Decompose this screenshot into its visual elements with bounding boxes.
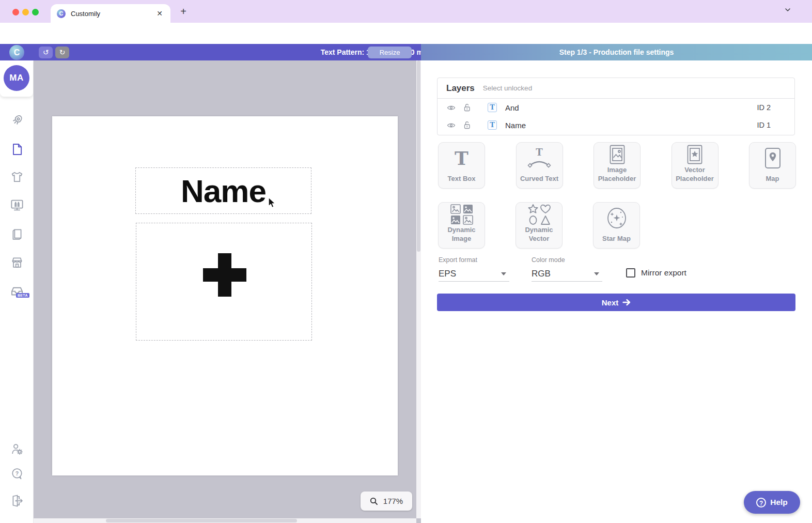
unlock-icon[interactable]	[463, 103, 471, 112]
tab-search-chevron-icon[interactable]	[784, 6, 791, 13]
export-format-label: Export format	[439, 256, 477, 264]
customily-logo	[9, 45, 24, 60]
placeholder-layer-bounds[interactable]	[136, 223, 312, 341]
avatar-card: MA	[0, 60, 33, 97]
next-button[interactable]: Next	[437, 294, 795, 311]
color-mode-select[interactable]: RGB	[532, 266, 602, 282]
app-sidebar: MA BETA	[0, 60, 34, 523]
zoom-window-button[interactable]	[32, 9, 39, 16]
image-placeholder-tool[interactable]: Image Placeholder	[594, 142, 641, 189]
export-format-select[interactable]: EPS	[439, 266, 509, 282]
step-header: Step 1/3 - Production file settings	[421, 44, 812, 60]
export-format-value: EPS	[439, 269, 456, 279]
sidebar-item-getting-started[interactable]	[9, 112, 25, 129]
text-layer-type-icon: T	[488, 120, 497, 130]
beta-badge: BETA	[16, 293, 29, 298]
color-mode-value: RGB	[532, 269, 551, 279]
visibility-eye-icon[interactable]	[447, 122, 456, 129]
resize-button[interactable]: Resize	[368, 47, 412, 58]
tab-close-icon[interactable]: ✕	[155, 9, 164, 18]
tab-strip: Customily ✕ +	[0, 0, 812, 23]
mirror-export-checkbox[interactable]	[626, 268, 635, 278]
canvas-area[interactable]: Name 177%	[34, 60, 421, 523]
browser-tab[interactable]: Customily ✕	[51, 4, 170, 23]
zoom-indicator[interactable]: 177%	[361, 491, 412, 511]
customily-favicon	[57, 9, 66, 18]
canvas-horizontal-scrollbar[interactable]	[34, 518, 416, 523]
question-mark-icon: ?	[756, 498, 766, 507]
map-icon	[749, 143, 795, 174]
magnifier-icon	[370, 497, 378, 505]
layer-id: ID 1	[757, 121, 771, 129]
select-unlocked-label[interactable]: Select unlocked	[483, 84, 532, 92]
sidebar-item-store[interactable]	[9, 254, 25, 271]
sidebar-item-account[interactable]	[9, 441, 25, 457]
sidebar-item-orders[interactable]: BETA	[9, 283, 25, 299]
arrow-right-icon	[622, 299, 631, 306]
layer-name[interactable]: Name	[505, 121, 526, 130]
dynamic-image-tool[interactable]: Dynamic Image	[438, 202, 485, 249]
dynamic-image-icon	[439, 203, 485, 226]
text-box-icon: T	[439, 143, 485, 174]
layers-panel: Layers Select unlocked T And ID 2	[437, 78, 795, 135]
mouse-cursor	[267, 196, 278, 209]
canvas-vertical-scrollbar[interactable]	[416, 60, 421, 518]
redo-button[interactable]: ↻	[55, 47, 69, 58]
text-layer-type-icon: T	[488, 103, 497, 112]
minimize-window-button[interactable]	[22, 9, 29, 16]
map-tool[interactable]: Map	[749, 142, 796, 189]
visibility-eye-icon[interactable]	[447, 104, 456, 111]
browser-window: Customily ✕ + https://app.customily.com/	[0, 0, 812, 523]
unlock-icon[interactable]	[463, 121, 471, 129]
layers-title: Layers	[446, 83, 475, 94]
vector-placeholder-tool[interactable]: Vector Placeholder	[672, 142, 719, 189]
artboard[interactable]: Name	[52, 116, 398, 475]
sidebar-item-templates[interactable]	[9, 141, 25, 158]
help-button[interactable]: ? Help	[744, 491, 800, 514]
undo-button[interactable]: ↺	[39, 47, 53, 58]
new-tab-button[interactable]: +	[178, 6, 189, 18]
curved-text-icon: T	[517, 143, 563, 174]
star-map-tool[interactable]: Star Map	[593, 202, 640, 249]
user-avatar[interactable]: MA	[4, 65, 29, 91]
star-map-icon	[594, 203, 639, 234]
image-placeholder-icon	[594, 143, 640, 166]
dynamic-vector-icon	[516, 203, 562, 226]
text-layer-name[interactable]: Name	[181, 173, 266, 209]
chevron-down-icon	[594, 272, 599, 275]
sidebar-item-design-studio[interactable]	[9, 197, 25, 213]
tab-title: Customily	[71, 10, 155, 18]
vector-placeholder-icon	[672, 143, 718, 166]
sidebar-item-catalog[interactable]	[9, 226, 25, 242]
settings-panel: Layers Select unlocked T And ID 2	[421, 60, 812, 523]
mirror-export-option[interactable]: Mirror export	[626, 268, 686, 278]
close-window-button[interactable]	[12, 9, 19, 16]
curved-text-tool[interactable]: T Curved Text	[516, 142, 563, 189]
text-box-tool[interactable]: T Text Box	[438, 142, 485, 189]
sidebar-item-help[interactable]: ?	[9, 466, 25, 482]
layer-row[interactable]: T Name ID 1	[438, 116, 794, 134]
zoom-level: 177%	[383, 497, 403, 505]
dynamic-vector-tool[interactable]: Dynamic Vector	[516, 202, 563, 249]
workspace: MA BETA	[0, 60, 812, 523]
sidebar-item-products[interactable]	[9, 169, 25, 186]
browser-toolbar: https://app.customily.com/	[0, 23, 812, 44]
layer-id: ID 2	[757, 103, 771, 112]
text-layer-bounds[interactable]: Name	[135, 167, 311, 214]
plus-placeholder[interactable]	[203, 253, 246, 297]
svg-text:?: ?	[15, 470, 19, 476]
svg-text:T: T	[536, 147, 543, 158]
sidebar-item-logout[interactable]	[9, 493, 25, 509]
layer-name[interactable]: And	[505, 103, 519, 112]
layer-row[interactable]: T And ID 2	[438, 99, 794, 116]
mirror-export-label: Mirror export	[641, 268, 686, 278]
color-mode-label: Color mode	[532, 256, 565, 264]
chevron-down-icon	[501, 272, 506, 275]
